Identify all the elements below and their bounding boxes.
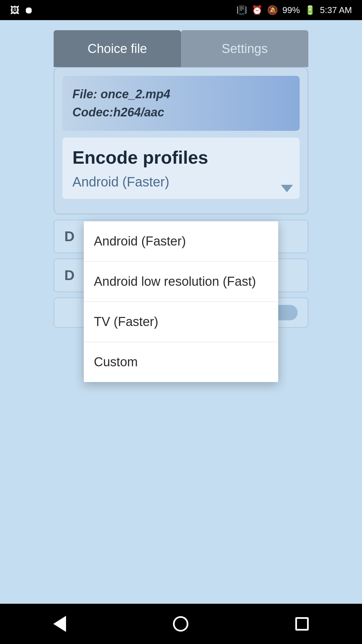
back-icon: [53, 616, 66, 632]
tab-bar: Choice file Settings: [54, 30, 308, 67]
nav-recents-button[interactable]: [295, 617, 309, 631]
nav-back-button[interactable]: [53, 616, 66, 632]
status-right-info: 📳 ⏰ 🔕 99% 🔋 5:37 AM: [236, 5, 352, 15]
content-area: File: once_2.mp4 Codec:h264/aac Encode p…: [54, 67, 308, 328]
battery-text: 99%: [283, 5, 300, 15]
dropdown-arrow-icon: [281, 185, 293, 192]
home-icon: [173, 616, 188, 632]
vibrate-icon: 📳: [236, 5, 247, 15]
dropdown-item-tv-faster[interactable]: TV (Faster): [84, 302, 278, 342]
nav-bar: [0, 604, 362, 644]
status-bar: 🖼 ⏺ 📳 ⏰ 🔕 99% 🔋 5:37 AM: [0, 0, 362, 20]
status-left-icons: 🖼 ⏺: [10, 5, 34, 16]
encode-selected-value: Android (Faster): [72, 174, 290, 190]
signal-icon: 🔕: [267, 5, 278, 15]
recents-icon: [295, 617, 309, 631]
main-card: File: once_2.mp4 Codec:h264/aac Encode p…: [54, 67, 308, 214]
dropdown-item-android-low-res[interactable]: Android low resolution (Fast): [84, 262, 278, 302]
encode-profiles-title: Encode profiles: [72, 147, 290, 168]
tab-choice-file[interactable]: Choice file: [54, 30, 181, 67]
file-info-line1: File: once_2.mp4: [72, 85, 290, 103]
photo-icon: 🖼: [10, 5, 19, 16]
nav-home-button[interactable]: [173, 616, 188, 632]
dropdown-item-android-faster[interactable]: Android (Faster): [84, 221, 278, 262]
battery-icon: 🔋: [305, 5, 315, 15]
encode-profiles-section[interactable]: Encode profiles Android (Faster): [62, 138, 300, 199]
file-info-line2: Codec:h264/aac: [72, 103, 290, 121]
record-icon: ⏺: [24, 5, 34, 16]
app-container: Choice file Settings File: once_2.mp4 Co…: [0, 20, 362, 328]
tab-settings[interactable]: Settings: [181, 30, 308, 67]
file-info-banner: File: once_2.mp4 Codec:h264/aac: [62, 76, 300, 131]
encode-profiles-dropdown[interactable]: Android (Faster) Android low resolution …: [84, 221, 278, 382]
dropdown-item-custom[interactable]: Custom: [84, 342, 278, 382]
alarm-icon: ⏰: [252, 5, 262, 15]
time-text: 5:37 AM: [320, 5, 352, 15]
